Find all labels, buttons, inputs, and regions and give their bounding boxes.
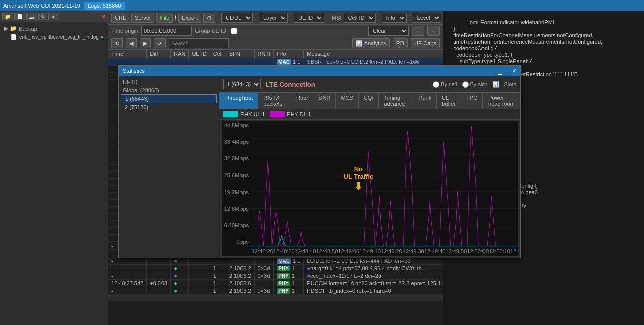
col-info: Info: [274, 50, 304, 58]
nav-next-btn[interactable]: ▶: [140, 38, 151, 48]
sidebar-btn-folder[interactable]: 📁: [2, 13, 13, 20]
cell-message: SBSR: lco=0 b=0 LCID:2 len=2 PAD: len=16…: [304, 58, 443, 66]
col-rnti: RNTI: [254, 50, 274, 58]
nav-back-btn[interactable]: ⟲: [111, 38, 123, 48]
badge-phy: PHY: [277, 266, 290, 271]
table-row[interactable]: - ● 1 2 1006.2 0×3d PHY 1 ●harq=0 k1=4 p…: [108, 265, 443, 272]
x-label-1: 12:48:30: [273, 248, 295, 254]
ue-item-2[interactable]: 2 (75186): [121, 103, 217, 111]
by-slot-label[interactable]: By slot: [462, 81, 487, 88]
tab-cqi[interactable]: CQI: [359, 93, 379, 109]
rb-btn[interactable]: RB: [393, 38, 408, 48]
tab-mcs[interactable]: MCS: [336, 93, 358, 109]
nav-url-btn[interactable]: URL: [111, 13, 129, 23]
sidebar-btn-refresh[interactable]: ↻: [38, 13, 47, 20]
table-row[interactable]: MAC 1 1 SBSR: lco=0 b=0 LCID:2 len=2 PAD…: [108, 58, 443, 66]
toolbar2: Time origin Group UE ID: Clear ＋ －: [108, 25, 443, 37]
table-row[interactable]: 12:48:27.542 +0.008 ● 1 2 1006.6 PHY 1 P…: [108, 280, 443, 287]
search-input[interactable]: [169, 38, 229, 48]
cell-info: PHY 1: [274, 280, 304, 287]
nav-file-btn[interactable]: File: [156, 13, 173, 23]
sidebar: 📁 📄 💻 ↻ ▲ ✕ ▶ 📁 Backup 📄 enb_nsa_splitbe…: [0, 11, 108, 325]
col-message: Message: [304, 50, 443, 58]
cell-id-select[interactable]: Cell ID: [344, 13, 376, 23]
cell-ue-id: [189, 265, 210, 272]
level-select[interactable]: Level: [413, 13, 441, 23]
layer-select[interactable]: Layer: [259, 13, 288, 23]
table-row[interactable]: - ● 1 2 1006.2 0×3d PHY 1 PDSCH tb_index…: [108, 287, 443, 295]
time-origin-input[interactable]: [141, 26, 192, 36]
legend-phy-ul: PHY UL 1: [223, 111, 265, 117]
mode-select[interactable]: UL/DLULDL: [221, 13, 253, 23]
legend-label-dl: PHY DL 1: [287, 111, 311, 117]
badge-mac: MAC: [277, 258, 291, 264]
tab-ul-buffer[interactable]: UL buffer: [437, 93, 461, 109]
tab-rank[interactable]: Rank: [413, 93, 437, 109]
ran-dot: ●: [174, 258, 177, 264]
nav-end-btn[interactable]: ⟳: [154, 38, 166, 48]
cell-rnti: [254, 280, 274, 287]
add-btn[interactable]: ＋: [412, 26, 424, 36]
cell-diff: +0.008: [147, 280, 171, 287]
folder-icon: ▶ 📁: [4, 25, 17, 32]
tab-timing[interactable]: Timing advance: [379, 93, 413, 109]
stats-min-btn[interactable]: _: [498, 67, 502, 74]
table-row[interactable]: - ● 1 2 1006.2 0×3d PHY 1 ●cce_index=12/…: [108, 272, 443, 280]
bottom-scrollbar[interactable]: [108, 295, 443, 301]
ran-dot: ●: [174, 273, 177, 279]
col-ran: RAN: [171, 50, 189, 58]
cell-time: -: [108, 287, 147, 295]
ran-dot: ●: [174, 280, 177, 286]
ue-global[interactable]: Global (28065): [121, 86, 217, 94]
nav-prev-btn[interactable]: ◀: [126, 38, 137, 48]
cell-ran: ●: [171, 272, 189, 280]
folder-label: Backup: [19, 26, 37, 32]
y-label-4: 19.2Mbps: [222, 189, 249, 195]
cell-cell: 1: [210, 280, 226, 287]
ran-dot: ●: [174, 288, 177, 294]
sidebar-close-btn[interactable]: ✕: [101, 13, 106, 20]
ue-id-select[interactable]: UE ID: [294, 13, 324, 23]
tab-throughput[interactable]: Throughput: [219, 93, 258, 109]
tab-rate[interactable]: Rate: [291, 93, 313, 109]
cell-cell: 1: [210, 272, 226, 280]
logs-tab[interactable]: Logs: 615860: [84, 2, 125, 10]
x-label-2: 12:48:40: [295, 248, 316, 254]
by-cell-label[interactable]: By cell: [433, 81, 457, 88]
x-label-12: 12:50:20: [510, 248, 518, 254]
cell-ue-id: [189, 280, 210, 287]
ue-caps-btn[interactable]: UE Caps: [411, 38, 440, 48]
minus-btn[interactable]: －: [427, 26, 440, 36]
x-label-3: 12:48:50: [316, 248, 338, 254]
cell-cell: 1: [210, 265, 226, 272]
stats-max-btn[interactable]: □: [505, 67, 509, 74]
tab-rxtx[interactable]: RX/TX packets: [258, 93, 291, 109]
sidebar-folder-backup[interactable]: ▶ 📁 Backup: [2, 24, 106, 33]
ue-item-1[interactable]: 1 (68443): [121, 94, 217, 103]
analytics-btn[interactable]: 📊 Analytics: [352, 38, 389, 48]
sidebar-btn-up[interactable]: ▲: [48, 13, 58, 20]
info-select[interactable]: Info: [382, 13, 407, 23]
col-ue-id: UE ID: [189, 50, 210, 58]
cell-rnti: 0×3d: [254, 265, 274, 272]
settings-btn[interactable]: ⚙: [203, 13, 215, 23]
tab-tpc[interactable]: TPC: [461, 93, 483, 109]
stats-close-btn[interactable]: ×: [512, 67, 516, 74]
x-label-10: 12:50:00: [467, 248, 489, 254]
col-sfn: SFN: [226, 50, 254, 58]
ue-selector[interactable]: 1 (68443): [223, 79, 261, 89]
export-btn[interactable]: Export: [178, 13, 201, 23]
tab-snr[interactable]: SNR: [313, 93, 336, 109]
cell-time: 12:48:27.542: [108, 280, 147, 287]
sidebar-file-log[interactable]: 📄 enb_nsa_splitbearer_scg_th_lnf.log ●: [2, 33, 106, 41]
nav-server-btn[interactable]: Server: [131, 13, 154, 23]
sidebar-btn-server[interactable]: 💻: [26, 13, 37, 20]
chart-svg: [250, 121, 518, 246]
sidebar-btn-file[interactable]: 📄: [14, 13, 25, 20]
cell-info: PHY 1: [274, 272, 304, 280]
tab-power[interactable]: Power head room: [483, 93, 520, 109]
x-label-5: 12:49:10: [359, 248, 381, 254]
clear-select[interactable]: Clear: [368, 26, 409, 36]
group-ue-checkbox[interactable]: [231, 28, 237, 34]
stats-title: Statistics: [123, 68, 145, 74]
